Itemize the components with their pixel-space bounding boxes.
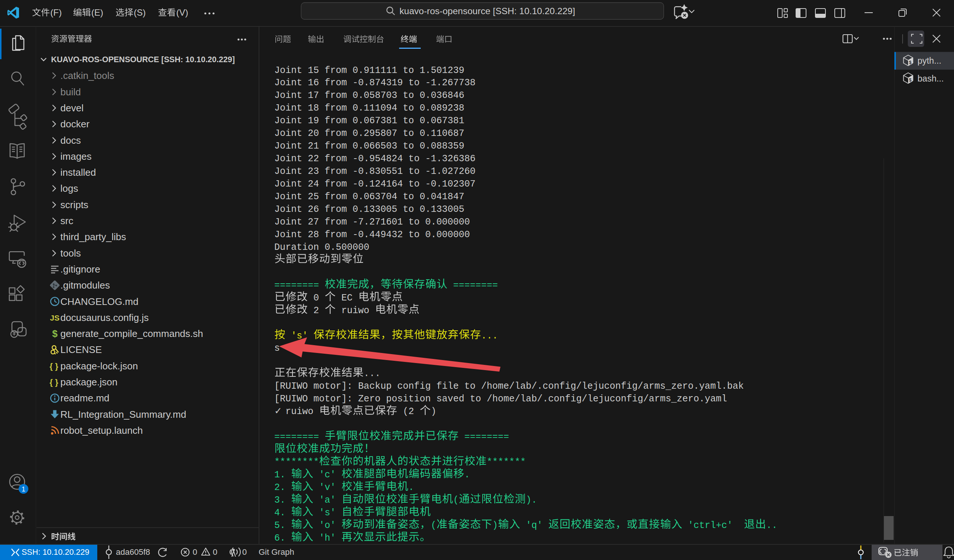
svg-text:devel: devel — [60, 103, 83, 114]
svg-text:to: to — [403, 103, 414, 114]
svg-text:0.041847: 0.041847 — [419, 191, 465, 202]
svg-text:[RUIWO: [RUIWO — [274, 394, 308, 404]
svg-text:to: to — [403, 204, 414, 215]
svg-text:-0.874319: -0.874319 — [352, 78, 403, 88]
svg-text:-1.267738: -1.267738 — [425, 78, 475, 88]
svg-text:to: to — [403, 141, 414, 152]
svg-text:0.111094: 0.111094 — [352, 103, 397, 114]
svg-text:0.063704: 0.063704 — [352, 191, 397, 202]
svg-text:to: to — [408, 166, 419, 177]
svg-text:.catkin_tools: .catkin_tools — [60, 70, 114, 81]
svg-text:from: from — [324, 65, 347, 76]
svg-text:JS: JS — [50, 314, 60, 322]
svg-text:build: build — [60, 86, 81, 98]
svg-text:0.133005: 0.133005 — [352, 204, 397, 215]
svg-text:from: from — [324, 128, 347, 139]
svg-text:(: ( — [453, 495, 459, 506]
svg-text:config: config — [397, 381, 431, 392]
svg-text:src: src — [60, 215, 73, 226]
svg-text:Joint: Joint — [274, 141, 302, 152]
svg-text:to: to — [470, 394, 481, 404]
svg-text:from: from — [324, 78, 347, 88]
svg-text:docker: docker — [60, 118, 89, 129]
svg-text:0.058703: 0.058703 — [352, 90, 397, 101]
svg-text:RL_Integration_Summary.md: RL_Integration_Summary.md — [60, 409, 186, 420]
svg-text:'o': 'o' — [319, 520, 336, 531]
svg-text:0: 0 — [213, 548, 217, 557]
svg-text:23: 23 — [308, 166, 319, 177]
svg-text:✓: ✓ — [274, 406, 282, 417]
svg-text:0.036846: 0.036846 — [419, 90, 465, 101]
svg-text:readme.md: readme.md — [60, 392, 109, 404]
svg-text:motor]:: motor]: — [313, 381, 352, 392]
svg-text:'a': 'a' — [319, 495, 336, 506]
svg-text:pyth...: pyth... — [918, 56, 942, 65]
svg-text:(E): (E) — [91, 8, 103, 17]
svg-text:logs: logs — [60, 183, 78, 194]
svg-text:kuavo-ros-opensource [SSH: 10.: kuavo-ros-opensource [SSH: 10.10.20.229] — [399, 6, 575, 16]
svg-text:0: 0 — [313, 292, 319, 303]
svg-text:from: from — [324, 191, 347, 202]
svg-text:.gitmodules: .gitmodules — [60, 280, 110, 291]
svg-text:.: . — [408, 482, 414, 493]
svg-text:2: 2 — [313, 305, 319, 316]
svg-text:).: ). — [526, 495, 537, 506]
svg-text:-0.830551: -0.830551 — [352, 166, 403, 177]
svg-text:Git Graph: Git Graph — [259, 548, 294, 557]
svg-text:third_party_libs: third_party_libs — [60, 231, 126, 243]
svg-text:*******: ******* — [487, 457, 526, 468]
svg-text:0: 0 — [242, 548, 247, 557]
svg-text:Joint: Joint — [274, 166, 302, 177]
svg-text:20: 20 — [308, 128, 319, 139]
svg-text:...: ... — [364, 368, 380, 379]
svg-text:-1.326386: -1.326386 — [425, 153, 475, 164]
svg-text:robot_setup.launch: robot_setup.launch — [60, 425, 143, 436]
svg-text:0.089238: 0.089238 — [419, 103, 465, 114]
svg-text:-0.449432: -0.449432 — [352, 229, 403, 240]
svg-text:Joint: Joint — [274, 217, 302, 227]
svg-text:25: 25 — [308, 191, 319, 202]
svg-text:(S): (S) — [134, 8, 146, 17]
svg-text:from: from — [324, 166, 347, 177]
svg-text:tools: tools — [60, 247, 81, 259]
svg-text:15: 15 — [308, 65, 319, 76]
svg-text:SSH: 10.10.20.229: SSH: 10.10.20.229 — [22, 548, 89, 557]
svg-text:from: from — [324, 229, 347, 240]
svg-text:position: position — [386, 394, 431, 404]
svg-text:$.: $. — [909, 78, 914, 83]
svg-text:'q': 'q' — [526, 520, 542, 531]
svg-text:16: 16 — [308, 78, 319, 88]
svg-text:CHANGELOG.md: CHANGELOG.md — [60, 296, 139, 307]
svg-text:(2: (2 — [403, 406, 414, 417]
svg-text:0.000000: 0.000000 — [425, 217, 470, 227]
svg-text:from: from — [324, 90, 347, 101]
svg-text:-0.102307: -0.102307 — [425, 179, 475, 190]
svg-text:0.911111: 0.911111 — [352, 65, 397, 76]
svg-text:Joint: Joint — [274, 65, 302, 76]
svg-text:17: 17 — [308, 90, 319, 101]
svg-text:from: from — [324, 141, 347, 152]
svg-text:28: 28 — [308, 229, 319, 240]
svg-text:(F): (F) — [50, 8, 62, 17]
svg-text:from: from — [324, 115, 347, 126]
svg-text:(V): (V) — [176, 8, 188, 17]
svg-text:'c': 'c' — [319, 470, 336, 480]
svg-text:0.067381: 0.067381 — [352, 115, 397, 126]
svg-text:EC: EC — [341, 292, 352, 303]
svg-text:18: 18 — [308, 103, 319, 114]
svg-text:0: 0 — [193, 548, 197, 557]
svg-text:Joint: Joint — [274, 78, 302, 88]
svg-text:to: to — [403, 65, 414, 76]
svg-text:..: .. — [766, 520, 777, 531]
svg-text:0.067381: 0.067381 — [419, 115, 465, 126]
svg-text:Joint: Joint — [274, 115, 302, 126]
svg-text:========: ======== — [274, 432, 319, 442]
svg-text:docs: docs — [60, 135, 81, 146]
svg-text:19: 19 — [308, 115, 319, 126]
svg-text:0.088359: 0.088359 — [419, 141, 465, 152]
svg-text:to: to — [465, 381, 475, 392]
svg-text:2.: 2. — [274, 482, 285, 493]
svg-text:to: to — [408, 217, 419, 227]
svg-text:ruiwo: ruiwo — [285, 406, 313, 417]
svg-text:to: to — [403, 115, 414, 126]
